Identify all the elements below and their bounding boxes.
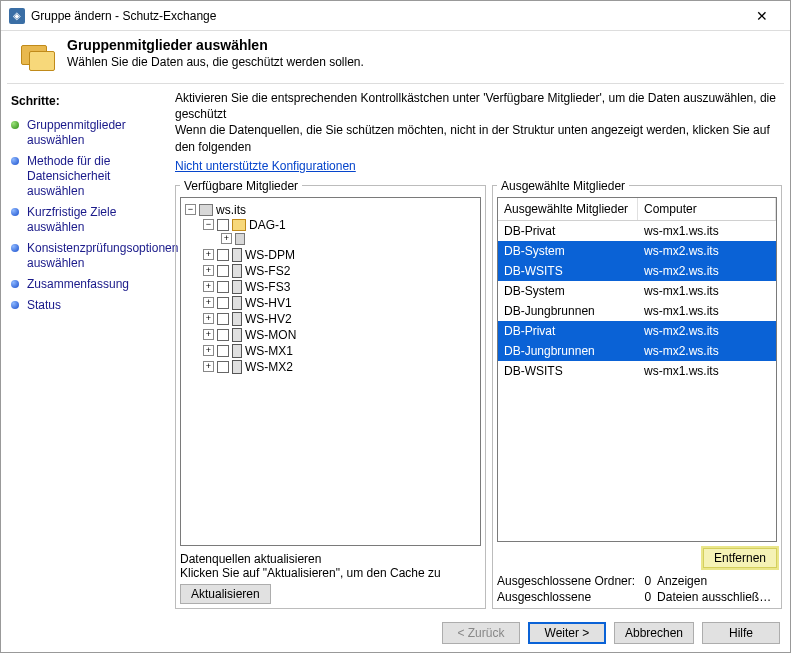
tree-node-label[interactable]: WS-HV2 [245, 312, 292, 326]
refresh-hint: Klicken Sie auf "Aktualisieren", um den … [180, 566, 481, 580]
table-row[interactable]: DB-WSITSws-mx2.ws.its [498, 261, 776, 281]
step-bullet-icon [11, 157, 19, 165]
intro-text: Aktivieren Sie die entsprechenden Kontro… [175, 90, 782, 155]
step-label: Gruppenmitglieder auswählen [27, 118, 161, 148]
server-icon [232, 360, 242, 374]
excluded-label: Ausgeschlossene [497, 590, 635, 604]
steps-heading: Schritte: [11, 94, 165, 108]
cell-name: DB-Jungbrunnen [498, 301, 638, 321]
expand-icon[interactable]: + [203, 329, 214, 340]
collapse-icon[interactable]: − [185, 204, 196, 215]
tree-node-label[interactable]: WS-FS3 [245, 280, 290, 294]
wizard-step[interactable]: Zusammenfassung [11, 277, 161, 292]
table-row[interactable]: DB-Jungbrunnenws-mx1.ws.its [498, 301, 776, 321]
remove-button[interactable]: Entfernen [703, 548, 777, 568]
server-icon [232, 248, 242, 262]
available-tree[interactable]: − ws.its − [180, 197, 481, 546]
table-row[interactable]: DB-Privatws-mx2.ws.its [498, 321, 776, 341]
close-icon[interactable]: ✕ [742, 8, 782, 24]
step-label: Methode für die Datensicherheit auswähle… [27, 154, 161, 199]
excluded-folders-count: 0 [635, 574, 657, 588]
server-icon [232, 312, 242, 326]
step-label: Kurzfristige Ziele auswählen [27, 205, 161, 235]
wizard-step[interactable]: Kurzfristige Ziele auswählen [11, 205, 161, 235]
table-row[interactable]: DB-Systemws-mx1.ws.its [498, 281, 776, 301]
step-label: Status [27, 298, 61, 313]
back-button: < Zurück [442, 622, 520, 644]
selected-members-group: Ausgewählte Mitglieder Ausgewählte Mitgl… [492, 179, 782, 609]
checkbox[interactable] [217, 265, 229, 277]
excluded-count: 0 [635, 590, 657, 604]
checkbox[interactable] [217, 297, 229, 309]
expand-icon[interactable]: + [203, 297, 214, 308]
help-button[interactable]: Hilfe [702, 622, 780, 644]
expand-icon[interactable]: + [203, 361, 214, 372]
refresh-button[interactable]: Aktualisieren [180, 584, 271, 604]
available-legend: Verfügbare Mitglieder [180, 179, 302, 193]
checkbox[interactable] [217, 361, 229, 373]
cell-name: DB-WSITS [498, 361, 638, 381]
checkbox[interactable] [217, 219, 229, 231]
title-bar[interactable]: ◈ Gruppe ändern - Schutz-Exchange ✕ [1, 1, 790, 31]
wizard-step[interactable]: Methode für die Datensicherheit auswähle… [11, 154, 161, 199]
table-row[interactable]: DB-Systemws-mx2.ws.its [498, 241, 776, 261]
server-icon [232, 264, 242, 278]
header: Gruppenmitglieder auswählen Wählen Sie d… [1, 31, 790, 83]
checkbox[interactable] [217, 313, 229, 325]
page-subtitle: Wählen Sie die Daten aus, die geschützt … [67, 55, 364, 69]
step-label: Konsistenzprüfungsoptionen auswählen [27, 241, 178, 271]
checkbox[interactable] [217, 329, 229, 341]
col-computer[interactable]: Computer [638, 198, 776, 220]
step-bullet-icon [11, 301, 19, 309]
view-excluded-link[interactable]: Anzeigen [657, 574, 777, 588]
col-selected-members[interactable]: Ausgewählte Mitglieder [498, 198, 638, 220]
step-bullet-icon [11, 121, 19, 129]
step-bullet-icon [11, 208, 19, 216]
tree-node-dag[interactable]: DAG-1 [249, 218, 286, 232]
cell-computer: ws-mx1.ws.its [638, 301, 776, 321]
cell-name: DB-Privat [498, 221, 638, 241]
expand-icon[interactable]: + [203, 345, 214, 356]
cell-name: DB-System [498, 281, 638, 301]
excluded-folders-label: Ausgeschlossene Ordner: [497, 574, 635, 588]
server-icon [232, 280, 242, 294]
table-row[interactable]: DB-Privatws-mx1.ws.its [498, 221, 776, 241]
tree-node-label[interactable]: WS-MX1 [245, 344, 293, 358]
app-icon: ◈ [9, 8, 25, 24]
table-row[interactable]: DB-Jungbrunnenws-mx2.ws.its [498, 341, 776, 361]
tree-node-label[interactable]: WS-FS2 [245, 264, 290, 278]
collapse-icon[interactable]: − [203, 219, 214, 230]
selected-table[interactable]: Ausgewählte Mitglieder Computer DB-Priva… [497, 197, 777, 542]
wizard-step[interactable]: Gruppenmitglieder auswählen [11, 118, 161, 148]
cell-computer: ws-mx1.ws.its [638, 221, 776, 241]
expand-icon[interactable]: + [203, 249, 214, 260]
cell-computer: ws-mx2.ws.its [638, 241, 776, 261]
expand-icon[interactable]: + [203, 265, 214, 276]
wizard-step[interactable]: Konsistenzprüfungsoptionen auswählen [11, 241, 161, 271]
server-icon [232, 344, 242, 358]
cell-name: DB-Jungbrunnen [498, 341, 638, 361]
unsupported-config-link[interactable]: Nicht unterstützte Konfigurationen [175, 159, 356, 173]
cell-name: DB-WSITS [498, 261, 638, 281]
cell-computer: ws-mx2.ws.its [638, 341, 776, 361]
tree-node-label[interactable]: WS-DPM [245, 248, 295, 262]
tree-node-label[interactable]: WS-HV1 [245, 296, 292, 310]
checkbox[interactable] [217, 281, 229, 293]
wizard-step[interactable]: Status [11, 298, 161, 313]
server-icon [232, 296, 242, 310]
exclude-files-link[interactable]: Dateien ausschließen... [657, 590, 777, 604]
checkbox[interactable] [217, 345, 229, 357]
tree-node-label[interactable]: WS-MON [245, 328, 296, 342]
expand-icon[interactable]: + [203, 313, 214, 324]
next-button[interactable]: Weiter > [528, 622, 606, 644]
checkbox[interactable] [217, 249, 229, 261]
cancel-button[interactable]: Abbrechen [614, 622, 694, 644]
expand-icon[interactable]: + [203, 281, 214, 292]
expand-icon[interactable]: + [221, 233, 232, 244]
cell-computer: ws-mx1.ws.its [638, 361, 776, 381]
server-icon [235, 233, 245, 245]
tree-node-label[interactable]: WS-MX2 [245, 360, 293, 374]
tree-root-label[interactable]: ws.its [216, 203, 246, 217]
step-label: Zusammenfassung [27, 277, 129, 292]
table-row[interactable]: DB-WSITSws-mx1.ws.its [498, 361, 776, 381]
